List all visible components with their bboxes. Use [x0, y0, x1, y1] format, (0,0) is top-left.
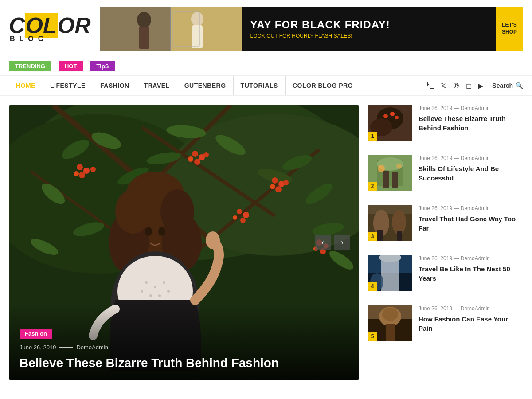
- svg-rect-107: [386, 324, 395, 341]
- sidebar-meta-4: June 26, 2019 — DemoAdmin: [419, 255, 523, 262]
- svg-rect-98: [397, 231, 402, 241]
- sidebar-thumb-1[interactable]: 1: [368, 105, 412, 141]
- svg-point-45: [270, 184, 275, 189]
- sidebar-item-5: 5 June 26, 2019 — DemoAdmin How Fashion …: [368, 305, 523, 341]
- hero-next-button[interactable]: ›: [334, 235, 350, 250]
- pinterest-icon[interactable]: ℗: [453, 82, 460, 90]
- svg-point-73: [163, 281, 165, 284]
- sidebar-thumb-3[interactable]: 3: [368, 205, 412, 241]
- sidebar-content-5: June 26, 2019 — DemoAdmin How Fashion Ca…: [419, 305, 523, 333]
- svg-point-34: [79, 172, 85, 178]
- banner-cta-label: LET'SSHOP: [502, 22, 517, 35]
- sidebar-item-number-4: 4: [368, 282, 377, 291]
- sidebar-title-3[interactable]: Travel That Had Gone Way Too Far: [419, 214, 523, 233]
- header: COLOR BLOG YAY FOR BLACK: [0, 0, 532, 58]
- sidebar-author-5: DemoAdmin: [461, 305, 490, 312]
- hero-category-tag[interactable]: Fashion: [20, 329, 52, 339]
- svg-point-92: [396, 164, 402, 169]
- svg-point-33: [83, 168, 90, 174]
- banner-cta-button[interactable]: LET'SSHOP: [496, 7, 523, 51]
- svg-point-53: [240, 218, 246, 223]
- sidebar-meta-2: June 26, 2019 — DemoAdmin: [419, 155, 523, 161]
- svg-point-71: [145, 281, 148, 284]
- sidebar-item-3: 3 June 26, 2019 — DemoAdmin Travel That …: [368, 205, 523, 241]
- logo-olor-text: OLOR: [25, 13, 90, 38]
- banner-image: [100, 7, 242, 51]
- sidebar-item-number-1: 1: [368, 132, 377, 141]
- sidebar-item-number-3: 3: [368, 232, 377, 241]
- logo-blog-text: BLOG: [9, 35, 91, 43]
- nav-item-travel[interactable]: TRAVEL: [137, 76, 177, 95]
- hero-info: Fashion June 26, 2019 DemoAdmin Believe …: [9, 320, 359, 380]
- svg-point-65: [160, 189, 194, 234]
- svg-point-66: [145, 227, 152, 236]
- instagram-icon[interactable]: ◻: [466, 82, 472, 90]
- sidebar-title-2[interactable]: Skills Of Lifestyle And Be Successful: [419, 164, 523, 183]
- sidebar-title-1[interactable]: Believe These Bizarre Truth Behind Fashi…: [419, 114, 523, 133]
- hero-meta: June 26, 2019 DemoAdmin: [20, 344, 348, 351]
- nav-item-tutorials[interactable]: TUTORIALS: [234, 76, 286, 95]
- sidebar-divider-3: [368, 248, 523, 248]
- nav-item-colorblogpro[interactable]: COLOR BLOG PRO: [286, 76, 360, 95]
- svg-rect-90: [392, 172, 398, 188]
- svg-point-77: [141, 290, 143, 293]
- hero-slider: ‹ › Fashion June 26, 2019 DemoAdmin Beli…: [9, 105, 359, 380]
- nav-item-lifestyle[interactable]: LIFESTYLE: [43, 76, 93, 95]
- nav-item-fashion[interactable]: FASHION: [93, 76, 137, 95]
- tag-tips[interactable]: TIpS: [90, 61, 115, 71]
- nav-item-home[interactable]: HOME: [9, 76, 43, 95]
- sidebar-thumb-4[interactable]: 4: [368, 255, 412, 291]
- tag-trending[interactable]: TRENDING: [9, 61, 51, 71]
- facebook-icon[interactable]: : [427, 82, 434, 90]
- logo[interactable]: COLOR BLOG: [9, 15, 91, 43]
- sidebar-meta-5: June 26, 2019 — DemoAdmin: [419, 305, 523, 312]
- sidebar-author-4: DemoAdmin: [461, 255, 490, 262]
- main-content: ‹ › Fashion June 26, 2019 DemoAdmin Beli…: [0, 96, 532, 389]
- banner-text-area: YAY FOR BLACK FRIDAY! LOOK OUT FOR HOURL…: [242, 12, 496, 46]
- svg-point-91: [378, 165, 385, 172]
- sidebar-item-number-2: 2: [368, 182, 377, 191]
- banner-subtitle: LOOK OUT FOR HOURLY FLASH SALES!: [250, 33, 487, 39]
- sidebar-item-4: 4 June 26, 2019 — DemoAdmin Travel Be Li…: [368, 255, 523, 291]
- sidebar-thumb-2[interactable]: 2: [368, 155, 412, 191]
- sidebar-thumb-5[interactable]: 5: [368, 305, 412, 341]
- svg-point-41: [203, 152, 209, 157]
- banner-title: YAY FOR BLACK FRIDAY!: [250, 19, 487, 31]
- nav-item-gutenberg[interactable]: GUTENBERG: [177, 76, 234, 95]
- hero-meta-separator: [59, 347, 73, 348]
- tag-hot[interactable]: HOT: [59, 61, 83, 71]
- sidebar-title-4[interactable]: Travel Be Like In The Next 50 Years: [419, 264, 523, 283]
- search-icon: 🔍: [516, 82, 523, 89]
- svg-rect-4: [139, 27, 149, 49]
- nav-items: HOME LIFESTYLE FASHION TRAVEL GUTENBERG …: [9, 76, 419, 95]
- svg-point-36: [90, 167, 96, 172]
- svg-rect-101: [381, 260, 399, 291]
- svg-point-42: [272, 177, 278, 184]
- sidebar-item-1: 1 June 26, 2019 — DemoAdmin Believe Thes…: [368, 105, 523, 141]
- sidebar-title-5[interactable]: How Fashion Can Ease Your Pain: [419, 314, 523, 333]
- hero-title[interactable]: Believe These Bizarre Truth Behind Fashi…: [20, 355, 348, 371]
- svg-point-44: [275, 186, 282, 192]
- main-nav: HOME LIFESTYLE FASHION TRAVEL GUTENBERG …: [0, 76, 532, 96]
- svg-point-67: [158, 227, 165, 236]
- svg-point-3: [137, 12, 151, 28]
- svg-point-5: [191, 12, 203, 26]
- youtube-icon[interactable]: ▶: [478, 82, 483, 90]
- sidebar-divider-2: [368, 198, 523, 198]
- svg-rect-97: [377, 230, 383, 241]
- twitter-icon[interactable]: 𝕏: [441, 82, 446, 90]
- sidebar-content-4: June 26, 2019 — DemoAdmin Travel Be Like…: [419, 255, 523, 283]
- svg-rect-6: [192, 25, 203, 48]
- search-button[interactable]: Search 🔍: [492, 82, 523, 89]
- hero-navigation: ‹ ›: [315, 235, 350, 250]
- sidebar-date-1: June 26, 2019: [419, 105, 452, 111]
- sidebar-author-3: DemoAdmin: [461, 205, 490, 211]
- svg-point-83: [383, 114, 388, 118]
- hero-author: DemoAdmin: [76, 344, 108, 351]
- nav-social:  𝕏 ℗ ◻ ▶: [419, 82, 492, 90]
- hero-prev-button[interactable]: ‹: [315, 235, 331, 250]
- sidebar-item-number-5: 5: [368, 332, 377, 341]
- sidebar-content-1: June 26, 2019 — DemoAdmin Believe These …: [419, 105, 523, 133]
- svg-point-75: [158, 294, 161, 297]
- svg-point-84: [390, 112, 395, 116]
